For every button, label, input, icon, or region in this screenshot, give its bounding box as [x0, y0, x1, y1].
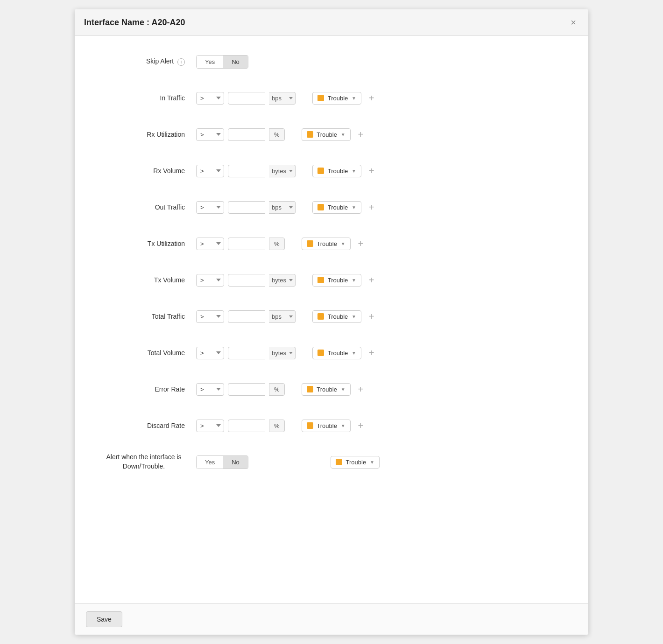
error-rate-add-btn[interactable]: + — [354, 383, 367, 396]
out-traffic-value-input[interactable] — [228, 201, 265, 214]
tx-utilization-trouble-color — [307, 240, 313, 247]
rx-utilization-operator[interactable]: > < = >= <= — [196, 128, 224, 141]
modal-container: Interface Name : A20-A20 × Skip Alert i … — [75, 9, 588, 635]
row-discard-rate: Discard Rate > < = >= <= % Trouble ▼ + — [103, 414, 560, 437]
out-traffic-controls: > < = >= <= bps Kbps Mbps Gbps Trouble ▼ — [196, 201, 378, 214]
in-traffic-trouble-color — [317, 95, 324, 101]
in-traffic-unit-select[interactable]: bps Kbps Mbps Gbps — [269, 92, 296, 105]
total-volume-label: Total Volume — [103, 349, 196, 357]
alert-down-no[interactable]: No — [223, 456, 248, 469]
tx-volume-value-input[interactable] — [228, 274, 265, 287]
tx-utilization-trouble-text: Trouble — [316, 240, 338, 247]
tx-utilization-controls: > < = >= <= % Trouble ▼ + — [196, 237, 367, 250]
alert-down-yes[interactable]: Yes — [197, 456, 223, 469]
rx-volume-trouble-color — [317, 168, 324, 174]
skip-alert-no[interactable]: No — [223, 56, 248, 68]
row-in-traffic: In Traffic > < = >= <= bps Kbps Mbps Gbp… — [103, 86, 560, 110]
in-traffic-operator[interactable]: > < = >= <= — [196, 92, 224, 105]
error-rate-controls: > < = >= <= % Trouble ▼ + — [196, 383, 367, 396]
error-rate-operator[interactable]: > < = >= <= — [196, 383, 224, 396]
discard-rate-add-btn[interactable]: + — [354, 419, 367, 432]
row-rx-volume: Rx Volume > < = >= <= bytes Kbps Mbps Gb… — [103, 159, 560, 182]
total-traffic-add-btn[interactable]: + — [365, 310, 378, 323]
rx-volume-label: Rx Volume — [103, 167, 196, 175]
in-traffic-trouble-arrow: ▼ — [352, 96, 356, 101]
rx-volume-value-input[interactable] — [228, 165, 265, 177]
total-traffic-unit-select[interactable]: bps Kbps Mbps Gbps — [269, 310, 296, 323]
error-rate-trouble-arrow: ▼ — [341, 387, 346, 392]
rx-utilization-unit-static: % — [269, 128, 285, 141]
close-button[interactable]: × — [568, 17, 579, 28]
total-traffic-trouble-text: Trouble — [327, 313, 349, 320]
alert-down-trouble-btn[interactable]: Trouble ▼ — [331, 456, 380, 469]
skip-alert-controls: Yes No — [196, 55, 248, 69]
total-volume-trouble-arrow: ▼ — [352, 350, 356, 356]
rx-volume-operator[interactable]: > < = >= <= — [196, 165, 224, 177]
in-traffic-add-btn[interactable]: + — [365, 91, 378, 105]
skip-alert-label: Skip Alert i — [103, 57, 196, 66]
out-traffic-trouble-arrow: ▼ — [352, 205, 356, 210]
discard-rate-operator[interactable]: > < = >= <= — [196, 420, 224, 432]
tx-volume-trouble-text: Trouble — [327, 277, 349, 284]
out-traffic-operator[interactable]: > < = >= <= — [196, 201, 224, 214]
rx-utilization-trouble-arrow: ▼ — [341, 132, 346, 137]
total-traffic-trouble-btn[interactable]: Trouble ▼ — [312, 310, 361, 323]
skip-alert-row: Skip Alert i Yes No — [103, 50, 560, 73]
in-traffic-value-input[interactable] — [228, 92, 265, 105]
out-traffic-unit-select[interactable]: bps Kbps Mbps Gbps — [269, 201, 296, 214]
out-traffic-add-btn[interactable]: + — [365, 201, 378, 214]
tx-utilization-value-input[interactable] — [228, 238, 265, 250]
in-traffic-trouble-text: Trouble — [327, 95, 349, 102]
tx-volume-add-btn[interactable]: + — [365, 273, 378, 287]
alert-down-controls: Yes No Trouble ▼ — [196, 455, 380, 469]
discard-rate-trouble-arrow: ▼ — [341, 423, 346, 428]
total-volume-unit-select[interactable]: bytes Kbps Mbps Gbps — [269, 347, 296, 359]
tx-volume-operator[interactable]: > < = >= <= — [196, 274, 224, 287]
in-traffic-trouble-btn[interactable]: Trouble ▼ — [312, 92, 361, 105]
error-rate-trouble-color — [307, 386, 313, 392]
total-volume-operator[interactable]: > < = >= <= — [196, 347, 224, 359]
rx-utilization-add-btn[interactable]: + — [354, 128, 367, 141]
rx-utilization-trouble-btn[interactable]: Trouble ▼ — [302, 128, 351, 141]
out-traffic-trouble-btn[interactable]: Trouble ▼ — [312, 201, 361, 214]
modal-body: Skip Alert i Yes No In Traffic > < = >= … — [75, 36, 588, 603]
tx-volume-trouble-arrow: ▼ — [352, 278, 356, 283]
error-rate-trouble-text: Trouble — [316, 386, 338, 393]
row-error-rate: Error Rate > < = >= <= % Trouble ▼ + — [103, 378, 560, 401]
tx-utilization-trouble-btn[interactable]: Trouble ▼ — [302, 238, 351, 250]
rx-utilization-trouble-color — [307, 131, 313, 138]
info-icon: i — [177, 58, 185, 66]
alert-down-label: Alert when the interface is Down/Trouble… — [103, 453, 196, 471]
error-rate-value-input[interactable] — [228, 383, 265, 396]
discard-rate-trouble-color — [307, 422, 313, 429]
rx-utilization-value-input[interactable] — [228, 128, 265, 141]
row-total-volume: Total Volume > < = >= <= bytes Kbps Mbps… — [103, 341, 560, 364]
rx-volume-unit-select[interactable]: bytes Kbps Mbps Gbps — [269, 165, 296, 177]
tx-volume-trouble-btn[interactable]: Trouble ▼ — [312, 274, 361, 287]
total-traffic-operator[interactable]: > < = >= <= — [196, 310, 224, 323]
total-volume-controls: > < = >= <= bytes Kbps Mbps Gbps Trouble… — [196, 346, 378, 359]
discard-rate-trouble-text: Trouble — [316, 422, 338, 429]
rx-utilization-trouble-text: Trouble — [316, 131, 338, 138]
tx-utilization-operator[interactable]: > < = >= <= — [196, 238, 224, 250]
save-button[interactable]: Save — [86, 611, 122, 627]
error-rate-label: Error Rate — [103, 385, 196, 393]
in-traffic-label: In Traffic — [103, 94, 196, 102]
rx-volume-trouble-btn[interactable]: Trouble ▼ — [312, 165, 361, 177]
total-volume-add-btn[interactable]: + — [365, 346, 378, 359]
total-volume-value-input[interactable] — [228, 347, 265, 359]
skip-alert-yes[interactable]: Yes — [197, 56, 223, 68]
total-traffic-trouble-color — [317, 313, 324, 320]
total-traffic-value-input[interactable] — [228, 310, 265, 323]
skip-alert-toggle: Yes No — [196, 55, 248, 69]
total-volume-trouble-btn[interactable]: Trouble ▼ — [312, 347, 361, 359]
discard-rate-unit-static: % — [269, 420, 285, 432]
discard-rate-value-input[interactable] — [228, 420, 265, 432]
tx-utilization-add-btn[interactable]: + — [354, 237, 367, 250]
alert-down-row: Alert when the interface is Down/Trouble… — [103, 450, 560, 474]
tx-volume-unit-select[interactable]: bytes Kbps Mbps Gbps — [269, 274, 296, 287]
row-total-traffic: Total Traffic > < = >= <= bps Kbps Mbps … — [103, 305, 560, 328]
discard-rate-trouble-btn[interactable]: Trouble ▼ — [302, 420, 351, 432]
rx-volume-add-btn[interactable]: + — [365, 164, 378, 177]
error-rate-trouble-btn[interactable]: Trouble ▼ — [302, 383, 351, 396]
